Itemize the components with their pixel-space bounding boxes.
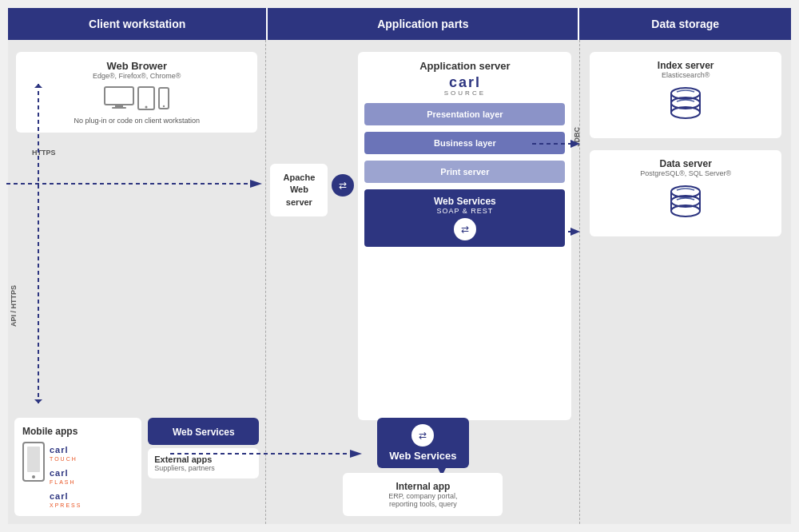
app-header-label: Application parts [377, 18, 468, 30]
index-server-subtitle: Elasticsearch® [599, 71, 772, 79]
ws-bottom-title: Web Services [389, 450, 456, 462]
bottom-client: Mobile apps carl TOUCH [14, 418, 259, 516]
apache-title: ApacheWebserver [275, 172, 323, 208]
bottom-ws-container: ⇄ Web Services Internal app ERP, company… [343, 418, 503, 516]
svg-rect-2 [112, 107, 126, 109]
jdbc-arrows-svg [532, 96, 588, 280]
index-db-icon [665, 85, 706, 127]
client-header-label: Client workstation [89, 18, 185, 30]
main-content: Web Brower Edge®, Firefox®, Chrome® [8, 40, 791, 524]
print-label: Print server [440, 167, 489, 177]
data-header: Data storage [579, 8, 791, 40]
business-label: Business layer [434, 138, 496, 148]
api-https-label: API / HTTPS [10, 285, 18, 327]
svg-rect-9 [27, 447, 40, 472]
svg-marker-31 [570, 140, 580, 148]
svg-rect-1 [115, 105, 123, 107]
web-services-external-box: Web Services [148, 418, 259, 445]
data-server-title: Data server [599, 158, 772, 169]
browser-icons [26, 86, 248, 110]
index-server-title: Index server [599, 60, 772, 71]
svg-marker-19 [34, 399, 42, 403]
mobile-apps-title: Mobile apps [22, 426, 133, 437]
internal-app-sub: ERP, company portal,reporting tools, que… [355, 492, 491, 508]
mobile-device-icon [22, 442, 45, 482]
mobile-content: carl TOUCH carl FLASH carl XPRESS [22, 442, 133, 508]
index-server-box: Index server Elasticsearch® [590, 52, 781, 138]
apache-box: ApacheWebserver [270, 164, 328, 216]
client-header: Client workstation [8, 8, 266, 40]
carl-source-logo: carl SOURCE [364, 75, 565, 97]
svg-rect-0 [105, 87, 133, 105]
internal-app-title: Internal app [355, 481, 491, 492]
presentation-label: Presentation layer [427, 109, 503, 119]
web-browser-caption: No plug-in or code on client workstation [26, 117, 248, 125]
web-browser-title: Web Brower [26, 60, 248, 72]
svg-point-8 [32, 475, 35, 478]
data-db-icon [665, 184, 706, 225]
mobile-apps-box: Mobile apps carl TOUCH [14, 418, 141, 516]
app-header: Application parts [266, 8, 579, 40]
https-row: HTTPS [32, 149, 257, 157]
https-arrow-svg [6, 176, 278, 192]
svg-point-6 [163, 105, 165, 107]
columns-header: Client workstation Application parts Dat… [8, 8, 791, 40]
svg-marker-33 [570, 228, 580, 236]
internal-app-box: Internal app ERP, company portal,reporti… [343, 473, 503, 516]
apache-exchange: ⇄ [332, 174, 354, 197]
carl-logos: carl TOUCH carl FLASH carl XPRESS [50, 442, 81, 508]
carl-flash-logo: carl FLASH [50, 465, 81, 485]
data-server-box: Data server PostgreSQL®, SQL Server® [590, 150, 781, 236]
data-server-subtitle: PostgreSQL®, SQL Server® [599, 169, 772, 177]
app-server-title: Application server [364, 60, 565, 72]
carl-xpress-logo: carl XPRESS [50, 488, 81, 508]
svg-marker-14 [250, 180, 262, 188]
api-vertical-svg [30, 84, 46, 403]
diagram-container: Client workstation Application parts Dat… [8, 8, 791, 524]
web-services-bottom-box: ⇄ Web Services [377, 418, 468, 468]
phone-icon [158, 87, 169, 109]
web-browser-subtitle: Edge®, Firefox®, Chrome® [26, 72, 248, 80]
carl-source-text: carl [364, 75, 565, 89]
data-column: Index server Elasticsearch® Data server [579, 40, 791, 524]
data-header-label: Data storage [651, 18, 719, 30]
svg-point-4 [145, 106, 148, 109]
carl-touch-logo: carl TOUCH [50, 442, 81, 462]
api-label-container: API / HTTPS [10, 285, 18, 327]
ws-external-title: Web Services [173, 427, 235, 438]
svg-marker-18 [34, 84, 42, 88]
external-apps-arrow-svg [170, 447, 370, 460]
monitor-icon [104, 86, 134, 110]
svg-marker-16 [350, 450, 362, 458]
external-apps-caption: Suppliers, partners [154, 464, 252, 472]
ws-bottom-exchange-icon: ⇄ [411, 424, 434, 447]
exchange-icon-apache: ⇄ [332, 174, 354, 197]
ws-exchange-icon: ⇄ [454, 218, 476, 240]
tablet-icon [137, 86, 155, 110]
web-browser-box: Web Brower Edge®, Firefox®, Chrome® [16, 52, 257, 133]
